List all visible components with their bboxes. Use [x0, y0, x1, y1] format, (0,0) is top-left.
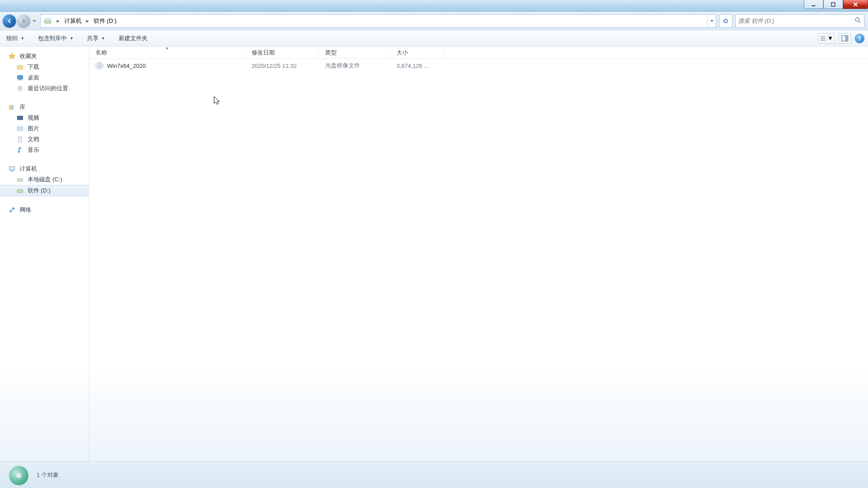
details-pane: 1 个对象	[0, 461, 868, 488]
star-icon	[8, 52, 16, 60]
sidebar-pictures[interactable]: 图片	[0, 123, 89, 134]
svg-line-31	[12, 209, 13, 211]
drive-large-icon	[6, 464, 29, 486]
sidebar-videos[interactable]: 视频	[0, 113, 89, 123]
computer-icon	[8, 165, 16, 173]
music-icon	[16, 146, 24, 154]
sidebar-downloads[interactable]: 下载	[0, 62, 89, 72]
svg-rect-19	[17, 127, 23, 130]
column-name-label: 名称	[95, 49, 107, 57]
sidebar-music[interactable]: 音乐	[0, 145, 89, 155]
sidebar-item-label: 网络	[20, 206, 31, 214]
drive-icon	[16, 187, 24, 195]
sidebar-favorites[interactable]: 收藏夹	[0, 51, 89, 62]
folder-icon	[16, 63, 24, 71]
share-button[interactable]: 共享▼	[84, 33, 108, 44]
sidebar-desktop[interactable]: 桌面	[0, 72, 89, 83]
explorer-window: ▸ 计算机 ▸ 软件 (D:) 组织▼ 包含到库中▼ 共享▼	[0, 0, 868, 488]
breadcrumb-sep-icon: ▸	[83, 17, 92, 24]
search-input[interactable]	[738, 17, 854, 24]
sidebar-recent[interactable]: 最近访问的位置	[0, 83, 89, 94]
new-folder-button[interactable]: 新建文件夹	[116, 33, 150, 44]
sidebar-item-label: 最近访问的位置	[28, 84, 68, 92]
view-mode-button[interactable]: ▼	[818, 33, 835, 44]
chevron-down-icon: ▼	[827, 35, 833, 42]
chevron-down-icon: ▼	[21, 36, 25, 41]
svg-rect-25	[9, 167, 15, 170]
forward-button[interactable]	[17, 14, 30, 28]
svg-rect-16	[9, 105, 11, 109]
title-bar[interactable]	[0, 0, 868, 12]
svg-point-24	[18, 151, 20, 153]
organize-label: 组织	[6, 34, 18, 42]
svg-rect-27	[17, 179, 23, 181]
help-button[interactable]: ?	[855, 33, 864, 43]
organize-button[interactable]: 组织▼	[4, 33, 27, 44]
breadcrumb-computer[interactable]: 计算机	[62, 15, 83, 27]
disc-image-icon	[95, 62, 103, 70]
svg-rect-11	[846, 36, 847, 41]
maximize-button[interactable]	[823, 0, 843, 9]
desktop-icon	[16, 74, 24, 82]
column-date-label: 修改日期	[252, 49, 275, 57]
sidebar-item-label: 计算机	[20, 165, 37, 173]
close-button[interactable]	[843, 0, 868, 9]
breadcrumb-drive[interactable]: 软件 (D:)	[92, 15, 118, 27]
chevron-down-icon: ▼	[70, 36, 74, 41]
library-icon	[8, 103, 16, 111]
navigation-pane[interactable]: 收藏夹 下载 桌面 最近访问的位置 库	[0, 46, 89, 461]
recent-icon	[16, 84, 24, 92]
sort-asc-icon: ▲	[165, 46, 169, 50]
column-size[interactable]: 大小	[390, 46, 444, 58]
file-row[interactable]: Win7x64_2020 2020/12/25 11:32 光盘映像文件 3,8…	[89, 59, 868, 72]
nav-history-dropdown[interactable]	[31, 14, 37, 28]
sidebar-favorites-label: 收藏夹	[20, 52, 37, 60]
file-type: 光盘映像文件	[319, 62, 390, 70]
sidebar-item-label: 本地磁盘 (C:)	[28, 175, 62, 184]
sidebar-libraries[interactable]: 库	[0, 102, 89, 113]
include-in-library-button[interactable]: 包含到库中▼	[35, 33, 76, 44]
sidebar-network[interactable]: 网络	[0, 204, 89, 215]
toolbar: 组织▼ 包含到库中▼ 共享▼ 新建文件夹 ▼ ?	[0, 30, 868, 46]
share-label: 共享	[87, 34, 99, 42]
column-type-label: 类型	[325, 49, 337, 57]
status-count: 1 个对象	[37, 471, 59, 479]
include-label: 包含到库中	[38, 34, 67, 42]
breadcrumb-sep-icon: ▸	[54, 17, 62, 24]
svg-rect-3	[45, 19, 50, 21]
sidebar-item-label: 图片	[28, 125, 39, 133]
search-icon[interactable]	[854, 17, 861, 25]
address-dropdown[interactable]	[707, 15, 716, 27]
column-type[interactable]: 类型	[319, 46, 390, 58]
sidebar-drive-d[interactable]: 软件 (D:)	[0, 185, 89, 196]
drive-icon	[43, 17, 52, 25]
pane-icon	[841, 35, 848, 42]
list-icon	[820, 35, 826, 42]
sidebar-item-label: 文档	[28, 135, 39, 143]
document-icon	[16, 135, 24, 143]
sidebar-documents[interactable]: 文档	[0, 134, 89, 145]
file-size: 3,874,126 ...	[390, 63, 444, 69]
address-bar[interactable]: ▸ 计算机 ▸ 软件 (D:)	[40, 14, 716, 28]
column-date[interactable]: 修改日期	[245, 46, 319, 58]
svg-rect-12	[17, 66, 23, 69]
network-icon	[8, 206, 16, 214]
svg-rect-28	[17, 190, 23, 192]
file-date: 2020/12/25 11:32	[245, 63, 319, 69]
column-name[interactable]: 名称 ▲	[89, 46, 245, 58]
svg-point-20	[19, 128, 20, 129]
sidebar-local-c[interactable]: 本地磁盘 (C:)	[0, 174, 89, 185]
minimize-button[interactable]	[804, 0, 823, 9]
back-button[interactable]	[3, 14, 16, 28]
sidebar-computer[interactable]: 计算机	[0, 163, 89, 174]
drive-icon	[16, 175, 24, 184]
chevron-down-icon: ▼	[101, 36, 105, 41]
svg-point-4	[856, 18, 859, 21]
file-name: Win7x64_2020	[107, 63, 146, 69]
preview-pane-button[interactable]	[839, 33, 851, 44]
video-icon	[16, 114, 24, 122]
file-list[interactable]: 名称 ▲ 修改日期 类型 大小 Win7x64_2020 2020/12/25 …	[89, 46, 868, 461]
svg-point-33	[99, 65, 100, 67]
search-box[interactable]	[735, 14, 864, 28]
refresh-button[interactable]	[719, 14, 732, 28]
